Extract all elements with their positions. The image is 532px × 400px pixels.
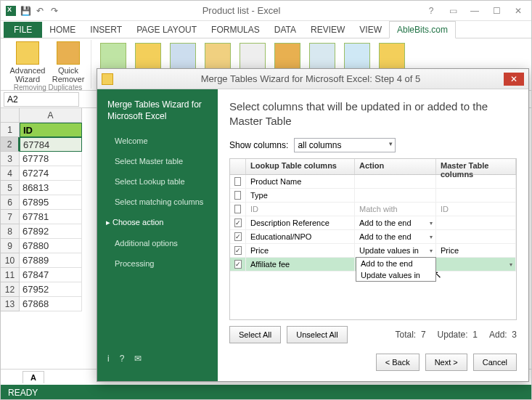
ribbon-options-icon[interactable]: ▭ [443, 4, 463, 18]
action-cell[interactable] [355, 189, 436, 202]
redo-icon[interactable]: ↷ [49, 5, 60, 17]
maximize-icon[interactable]: ☐ [486, 4, 507, 18]
tab-formulas[interactable]: FORMULAS [204, 22, 267, 38]
tool-icon-2[interactable] [135, 43, 161, 69]
tool-icon-8[interactable] [344, 43, 370, 69]
advanced-wizard-button[interactable]: Advanced Wizard [9, 40, 46, 83]
action-cell[interactable]: Add to the end [355, 216, 436, 229]
row-checkbox-cell[interactable]: ✓ [230, 258, 246, 271]
master-col-cell[interactable] [436, 175, 516, 188]
wizard-step-options[interactable]: Additional options [97, 233, 218, 253]
close-icon[interactable]: ✕ [508, 4, 528, 18]
cell[interactable]: 67274 [20, 166, 82, 181]
row-checkbox-cell[interactable]: ✓ [230, 230, 246, 243]
master-col-cell[interactable] [436, 216, 516, 229]
tool-icon-7[interactable] [309, 43, 335, 69]
help-icon[interactable]: ? [120, 354, 125, 364]
row-header[interactable]: 13 [1, 297, 20, 311]
show-columns-combo[interactable]: all columns [294, 138, 396, 152]
row-header[interactable]: 2 [1, 137, 20, 152]
row-checkbox-cell[interactable] [230, 203, 246, 216]
action-cell[interactable] [355, 175, 436, 188]
row-header[interactable]: 4 [1, 166, 20, 181]
row-checkbox-cell[interactable]: ✓ [230, 244, 246, 257]
tool-icon-1[interactable] [100, 43, 126, 69]
info-icon[interactable]: i [107, 354, 110, 364]
wizard-step-master[interactable]: Select Master table [97, 151, 218, 171]
file-tab[interactable]: FILE [4, 22, 42, 38]
th-check[interactable] [230, 159, 246, 174]
checkbox[interactable]: ✓ [234, 246, 242, 255]
cell[interactable]: 67889 [20, 253, 82, 268]
action-cell[interactable]: Update values in [355, 244, 436, 257]
table-row[interactable]: ✓Educational/NPOAdd to the end [230, 230, 516, 244]
col-header-a[interactable]: A [20, 108, 82, 123]
tab-view[interactable]: VIEW [352, 22, 389, 38]
dropdown-item-update[interactable]: Update values in [356, 269, 435, 281]
row-header[interactable]: 8 [1, 224, 20, 239]
unselect-all-button[interactable]: Unselect All [287, 326, 347, 343]
th-action[interactable]: Action [355, 159, 436, 174]
sheet-tab[interactable]: A [22, 371, 44, 383]
tab-data[interactable]: DATA [267, 22, 303, 38]
row-checkbox-cell[interactable] [230, 189, 246, 202]
minimize-icon[interactable]: — [465, 4, 485, 18]
table-row[interactable]: Type [230, 189, 516, 203]
tab-page-layout[interactable]: PAGE LAYOUT [129, 22, 204, 38]
cell[interactable]: 67895 [20, 195, 82, 210]
back-button[interactable]: < Back [376, 354, 420, 371]
master-col-cell[interactable] [436, 258, 516, 271]
row-header[interactable]: 11 [1, 268, 20, 282]
row-header[interactable]: 5 [1, 181, 20, 195]
wizard-step-processing[interactable]: Processing [97, 253, 218, 274]
cell[interactable]: 67868 [20, 297, 82, 311]
tool-icon-6[interactable] [274, 43, 300, 69]
tab-insert[interactable]: INSERT [83, 22, 129, 38]
cell[interactable]: 67847 [20, 268, 82, 282]
checkbox[interactable]: ✓ [234, 260, 242, 269]
undo-icon[interactable]: ↶ [34, 5, 46, 17]
tab-ablebits[interactable]: AbleBits.com [389, 21, 456, 38]
next-button[interactable]: Next > [425, 354, 467, 371]
tool-icon-9[interactable] [379, 43, 405, 69]
cell[interactable]: 67784 [20, 137, 82, 152]
row-header[interactable]: 12 [1, 282, 20, 297]
wizard-step-welcome[interactable]: Welcome [97, 131, 218, 151]
wizard-step-matching[interactable]: Select matching columns [97, 192, 218, 212]
master-col-cell[interactable]: Price [436, 244, 516, 257]
table-row[interactable]: IDMatch withID [230, 203, 516, 216]
tool-icon-3[interactable] [170, 43, 196, 69]
cell-header[interactable]: ID [20, 123, 82, 137]
row-header[interactable]: 7 [1, 210, 20, 224]
master-col-cell[interactable] [436, 230, 516, 243]
select-all-button[interactable]: Select All [229, 326, 281, 343]
cell[interactable]: 67778 [20, 152, 82, 166]
row-header[interactable]: 9 [1, 239, 20, 253]
row-checkbox-cell[interactable]: ✓ [230, 216, 246, 229]
save-icon[interactable]: 💾 [20, 5, 31, 17]
wizard-step-choose-action[interactable]: Choose action [97, 212, 218, 233]
select-all-corner[interactable] [1, 108, 20, 123]
checkbox[interactable]: ✓ [234, 232, 242, 241]
cell[interactable]: 67781 [20, 210, 82, 224]
tool-icon-4[interactable] [205, 43, 231, 69]
tool-icon-5[interactable] [240, 43, 266, 69]
th-master[interactable]: Master Table columns [436, 159, 516, 174]
th-lookup[interactable]: Lookup Table columns [246, 159, 355, 174]
wizard-step-lookup[interactable]: Select Lookup table [97, 171, 218, 192]
row-header[interactable]: 1 [1, 123, 20, 137]
row-checkbox-cell[interactable] [230, 175, 246, 188]
row-header[interactable]: 3 [1, 152, 20, 166]
dropdown-item-add[interactable]: Add to the end [356, 258, 435, 269]
cell[interactable]: 86813 [20, 181, 82, 195]
checkbox[interactable] [234, 177, 241, 186]
quick-remover-button[interactable]: Quick Remover [50, 40, 86, 83]
dialog-titlebar[interactable]: Merge Tables Wizard for Microsoft Excel:… [97, 69, 528, 89]
cancel-button[interactable]: Cancel [473, 354, 517, 371]
table-row[interactable]: ✓PriceUpdate values inPrice [230, 244, 516, 258]
row-header[interactable]: 10 [1, 253, 20, 268]
tab-review[interactable]: REVIEW [303, 22, 352, 38]
mail-icon[interactable]: ✉ [134, 354, 142, 364]
checkbox[interactable]: ✓ [234, 219, 242, 227]
row-header[interactable]: 6 [1, 195, 20, 210]
